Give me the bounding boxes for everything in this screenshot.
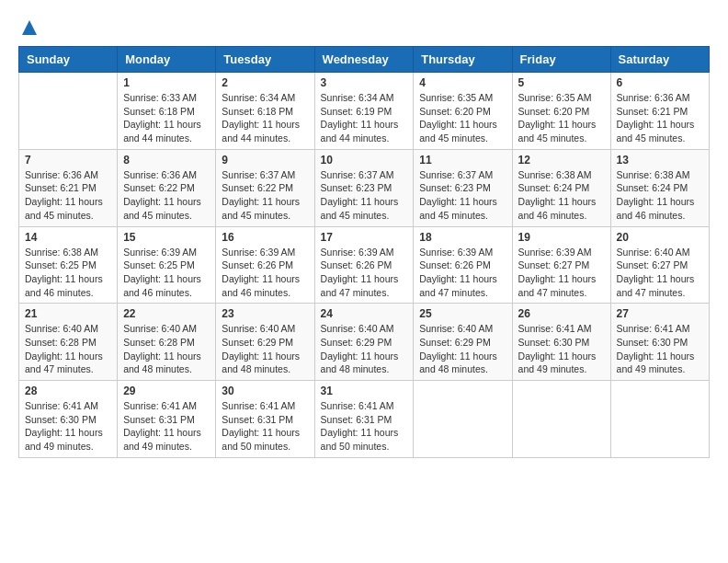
day-number: 6 [617,76,703,89]
day-number: 22 [123,307,210,320]
calendar-cell: 15Sunrise: 6:39 AMSunset: 6:25 PMDayligh… [118,226,216,304]
day-number: 11 [419,154,506,167]
calendar-cell: 6Sunrise: 6:36 AMSunset: 6:21 PMDaylight… [610,73,709,150]
weekday-header: Tuesday [216,47,314,73]
calendar-cell: 12Sunrise: 6:38 AMSunset: 6:24 PMDayligh… [512,149,610,226]
weekday-header: Saturday [610,47,709,73]
logo-icon [20,18,39,37]
day-info: Sunrise: 6:39 AMSunset: 6:26 PMDaylight:… [419,246,506,300]
day-info: Sunrise: 6:39 AMSunset: 6:26 PMDaylight:… [321,246,408,300]
calendar-cell [414,381,512,458]
day-info: Sunrise: 6:41 AMSunset: 6:31 PMDaylight:… [222,399,308,454]
day-number: 13 [617,154,703,167]
day-info: Sunrise: 6:38 AMSunset: 6:24 PMDaylight:… [518,168,605,223]
day-number: 23 [222,307,308,320]
calendar-table: SundayMondayTuesdayWednesdayThursdayFrid… [18,46,710,458]
calendar-cell: 2Sunrise: 6:34 AMSunset: 6:18 PMDaylight… [216,73,314,150]
day-info: Sunrise: 6:37 AMSunset: 6:22 PMDaylight:… [222,168,308,223]
day-number: 9 [222,154,308,167]
day-info: Sunrise: 6:35 AMSunset: 6:20 PMDaylight:… [419,91,506,145]
calendar-week-row: 14Sunrise: 6:38 AMSunset: 6:25 PMDayligh… [19,226,710,304]
day-info: Sunrise: 6:41 AMSunset: 6:30 PMDaylight:… [518,322,605,376]
svg-marker-0 [22,20,37,35]
day-number: 7 [25,154,111,167]
calendar-cell: 21Sunrise: 6:40 AMSunset: 6:28 PMDayligh… [19,304,118,381]
day-info: Sunrise: 6:41 AMSunset: 6:30 PMDaylight:… [25,399,111,454]
day-number: 8 [123,154,210,167]
day-info: Sunrise: 6:35 AMSunset: 6:20 PMDaylight:… [518,91,605,145]
weekday-header-row: SundayMondayTuesdayWednesdayThursdayFrid… [19,47,710,73]
calendar-cell: 24Sunrise: 6:40 AMSunset: 6:29 PMDayligh… [314,304,414,381]
weekday-header: Monday [118,47,216,73]
calendar-cell: 14Sunrise: 6:38 AMSunset: 6:25 PMDayligh… [19,226,118,304]
calendar-cell [512,381,610,458]
day-number: 1 [123,76,210,89]
day-info: Sunrise: 6:36 AMSunset: 6:21 PMDaylight:… [25,168,111,223]
calendar-cell: 31Sunrise: 6:41 AMSunset: 6:31 PMDayligh… [314,381,414,458]
day-info: Sunrise: 6:37 AMSunset: 6:23 PMDaylight:… [419,168,506,223]
weekday-header: Thursday [414,47,512,73]
calendar-cell: 25Sunrise: 6:40 AMSunset: 6:29 PMDayligh… [414,304,512,381]
calendar-cell [19,73,118,150]
calendar-cell: 30Sunrise: 6:41 AMSunset: 6:31 PMDayligh… [216,381,314,458]
day-info: Sunrise: 6:40 AMSunset: 6:28 PMDaylight:… [123,322,210,376]
day-number: 31 [321,385,408,397]
day-number: 20 [617,231,703,244]
calendar-week-row: 7Sunrise: 6:36 AMSunset: 6:21 PMDaylight… [19,149,710,226]
calendar-cell: 22Sunrise: 6:40 AMSunset: 6:28 PMDayligh… [118,304,216,381]
day-info: Sunrise: 6:41 AMSunset: 6:30 PMDaylight:… [617,322,703,376]
day-number: 18 [419,231,506,244]
day-number: 21 [25,307,111,320]
calendar-cell: 18Sunrise: 6:39 AMSunset: 6:26 PMDayligh… [414,226,512,304]
day-info: Sunrise: 6:40 AMSunset: 6:29 PMDaylight:… [321,322,408,376]
day-info: Sunrise: 6:38 AMSunset: 6:24 PMDaylight:… [617,168,703,223]
calendar-week-row: 28Sunrise: 6:41 AMSunset: 6:30 PMDayligh… [19,381,710,458]
day-number: 14 [25,231,111,244]
day-info: Sunrise: 6:38 AMSunset: 6:25 PMDaylight:… [25,246,111,300]
calendar-cell: 8Sunrise: 6:36 AMSunset: 6:22 PMDaylight… [118,149,216,226]
calendar-week-row: 21Sunrise: 6:40 AMSunset: 6:28 PMDayligh… [19,304,710,381]
day-number: 24 [321,307,408,320]
calendar-cell: 4Sunrise: 6:35 AMSunset: 6:20 PMDaylight… [414,73,512,150]
weekday-header: Wednesday [314,47,414,73]
day-number: 19 [518,231,605,244]
page-header [18,18,710,37]
calendar-cell: 27Sunrise: 6:41 AMSunset: 6:30 PMDayligh… [610,304,709,381]
day-number: 15 [123,231,210,244]
day-info: Sunrise: 6:36 AMSunset: 6:22 PMDaylight:… [123,168,210,223]
calendar-cell: 28Sunrise: 6:41 AMSunset: 6:30 PMDayligh… [19,381,118,458]
calendar-cell: 29Sunrise: 6:41 AMSunset: 6:31 PMDayligh… [118,381,216,458]
day-number: 5 [518,76,605,89]
day-number: 16 [222,231,308,244]
day-number: 25 [419,307,506,320]
day-info: Sunrise: 6:34 AMSunset: 6:19 PMDaylight:… [321,91,408,145]
calendar-cell: 9Sunrise: 6:37 AMSunset: 6:22 PMDaylight… [216,149,314,226]
day-info: Sunrise: 6:40 AMSunset: 6:28 PMDaylight:… [25,322,111,376]
calendar-week-row: 1Sunrise: 6:33 AMSunset: 6:18 PMDaylight… [19,73,710,150]
calendar-cell: 20Sunrise: 6:40 AMSunset: 6:27 PMDayligh… [610,226,709,304]
calendar-cell: 16Sunrise: 6:39 AMSunset: 6:26 PMDayligh… [216,226,314,304]
day-number: 2 [222,76,308,89]
day-info: Sunrise: 6:39 AMSunset: 6:25 PMDaylight:… [123,246,210,300]
day-number: 17 [321,231,408,244]
day-number: 3 [321,76,408,89]
day-number: 27 [617,307,703,320]
day-number: 12 [518,154,605,167]
calendar-cell: 13Sunrise: 6:38 AMSunset: 6:24 PMDayligh… [610,149,709,226]
day-info: Sunrise: 6:41 AMSunset: 6:31 PMDaylight:… [123,399,210,454]
day-number: 29 [123,385,210,397]
day-number: 10 [321,154,408,167]
calendar-cell: 1Sunrise: 6:33 AMSunset: 6:18 PMDaylight… [118,73,216,150]
day-number: 30 [222,385,308,397]
day-info: Sunrise: 6:39 AMSunset: 6:26 PMDaylight:… [222,246,308,300]
day-number: 28 [25,385,111,397]
calendar-cell: 26Sunrise: 6:41 AMSunset: 6:30 PMDayligh… [512,304,610,381]
calendar-cell: 3Sunrise: 6:34 AMSunset: 6:19 PMDaylight… [314,73,414,150]
logo [18,18,39,37]
day-number: 4 [419,76,506,89]
weekday-header: Friday [512,47,610,73]
calendar-cell: 5Sunrise: 6:35 AMSunset: 6:20 PMDaylight… [512,73,610,150]
calendar-cell: 19Sunrise: 6:39 AMSunset: 6:27 PMDayligh… [512,226,610,304]
day-info: Sunrise: 6:36 AMSunset: 6:21 PMDaylight:… [617,91,703,145]
day-info: Sunrise: 6:33 AMSunset: 6:18 PMDaylight:… [123,91,210,145]
